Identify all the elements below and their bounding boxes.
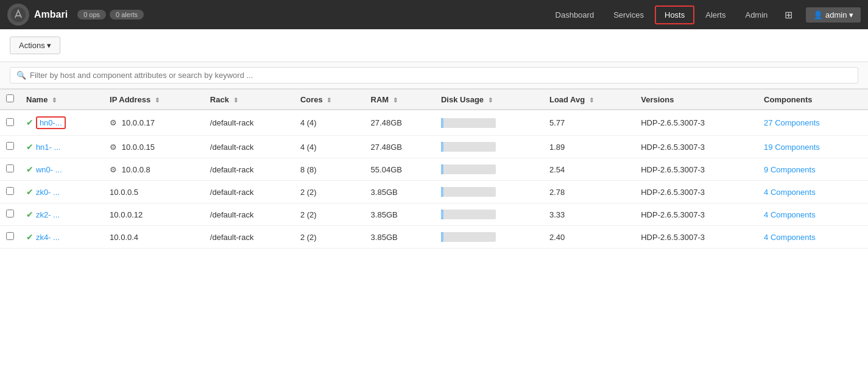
row-checkbox[interactable] bbox=[6, 164, 14, 172]
header-ip[interactable]: IP Address ⇕ bbox=[104, 90, 204, 110]
nav-dashboard[interactable]: Dashboard bbox=[547, 7, 603, 23]
disk-bar bbox=[441, 142, 444, 152]
row-cores-cell: 4 (4) bbox=[294, 110, 365, 136]
row-rack-cell: /default-rack bbox=[204, 203, 294, 226]
row-checkbox[interactable] bbox=[6, 142, 14, 150]
row-ram-cell: 3.85GB bbox=[365, 203, 435, 226]
row-checkbox-cell bbox=[0, 110, 20, 136]
actions-label: Actions bbox=[19, 41, 45, 50]
nav-alerts[interactable]: Alerts bbox=[697, 7, 734, 23]
ambari-logo bbox=[7, 4, 29, 26]
row-checkbox-cell bbox=[0, 226, 20, 249]
table-row: ✔ zk4- ...10.0.0.4/default-rack2 (2)3.85… bbox=[0, 226, 868, 249]
host-name-link[interactable]: hn0-... bbox=[36, 116, 66, 129]
nav-admin[interactable]: Admin bbox=[736, 7, 776, 23]
row-checkbox-cell bbox=[0, 158, 20, 181]
ip-address: 10.0.0.5 bbox=[110, 188, 138, 197]
host-name-link[interactable]: zk0- ... bbox=[36, 188, 60, 197]
components-link[interactable]: 4 Components bbox=[764, 210, 816, 219]
brand-label: Ambari bbox=[34, 9, 68, 20]
status-icon: ✔ bbox=[26, 142, 36, 152]
row-name-cell: ✔ hn1- ... bbox=[20, 136, 104, 158]
row-ram-cell: 27.48GB bbox=[365, 110, 435, 136]
header-rack[interactable]: Rack ⇕ bbox=[204, 90, 294, 110]
components-link[interactable]: 4 Components bbox=[764, 188, 816, 197]
row-checkbox[interactable] bbox=[6, 187, 14, 195]
row-components-cell: 4 Components bbox=[758, 181, 868, 203]
components-link[interactable]: 4 Components bbox=[764, 233, 816, 242]
row-checkbox[interactable] bbox=[6, 118, 14, 126]
settings-icon[interactable]: ⚙ bbox=[110, 143, 119, 152]
filter-input[interactable] bbox=[30, 71, 852, 80]
nav-hosts[interactable]: Hosts bbox=[655, 5, 694, 24]
row-rack-cell: /default-rack bbox=[204, 226, 294, 249]
header-versions: Versions bbox=[635, 90, 758, 110]
row-components-cell: 9 Components bbox=[758, 158, 868, 181]
ops-badge[interactable]: 0 ops bbox=[77, 10, 106, 19]
row-rack-cell: /default-rack bbox=[204, 136, 294, 158]
brand[interactable]: Ambari bbox=[7, 4, 68, 26]
header-select-all[interactable] bbox=[0, 90, 20, 110]
row-disk-cell bbox=[435, 110, 543, 136]
header-disk[interactable]: Disk Usage ⇕ bbox=[435, 90, 543, 110]
ip-address: 10.0.0.8 bbox=[122, 165, 150, 174]
header-load[interactable]: Load Avg ⇕ bbox=[543, 90, 635, 110]
components-link[interactable]: 19 Components bbox=[764, 143, 820, 152]
row-disk-cell bbox=[435, 203, 543, 226]
host-name-link[interactable]: wn0- ... bbox=[36, 165, 62, 174]
nav-services[interactable]: Services bbox=[605, 7, 652, 23]
disk-bar-wrap bbox=[441, 142, 496, 152]
rack-sort-icon: ⇕ bbox=[233, 97, 238, 104]
row-disk-cell bbox=[435, 136, 543, 158]
disk-bar-wrap bbox=[441, 164, 496, 174]
disk-bar-wrap bbox=[441, 232, 496, 242]
alerts-badge[interactable]: 0 alerts bbox=[110, 10, 144, 19]
table-row: ✔ hn0-...⚙ 10.0.0.17/default-rack4 (4)27… bbox=[0, 110, 868, 136]
disk-bar-wrap bbox=[441, 210, 496, 219]
admin-button[interactable]: 👤 admin ▾ bbox=[806, 7, 861, 23]
status-icon: ✔ bbox=[26, 210, 36, 219]
status-icon: ✔ bbox=[26, 164, 36, 174]
table-row: ✔ wn0- ...⚙ 10.0.0.8/default-rack8 (8)55… bbox=[0, 158, 868, 181]
row-load-cell: 3.33 bbox=[543, 203, 635, 226]
row-load-cell: 2.54 bbox=[543, 158, 635, 181]
row-ip-cell: 10.0.0.4 bbox=[104, 226, 204, 249]
admin-chevron-icon: ▾ bbox=[849, 10, 853, 19]
row-version-cell: HDP-2.6.5.3007-3 bbox=[635, 110, 758, 136]
load-sort-icon: ⇕ bbox=[589, 97, 594, 104]
components-link[interactable]: 27 Components bbox=[764, 118, 820, 127]
filter-bar: 🔍 bbox=[0, 62, 868, 89]
name-sort-icon: ⇕ bbox=[52, 97, 57, 104]
header-name[interactable]: Name ⇕ bbox=[20, 90, 104, 110]
header-cores[interactable]: Cores ⇕ bbox=[294, 90, 365, 110]
row-checkbox-cell bbox=[0, 181, 20, 203]
header-ram[interactable]: RAM ⇕ bbox=[365, 90, 435, 110]
table-row: ✔ hn1- ...⚙ 10.0.0.15/default-rack4 (4)2… bbox=[0, 136, 868, 158]
navbar: Ambari 0 ops 0 alerts Dashboard Services… bbox=[0, 0, 868, 29]
row-cores-cell: 2 (2) bbox=[294, 203, 365, 226]
row-load-cell: 5.77 bbox=[543, 110, 635, 136]
row-cores-cell: 2 (2) bbox=[294, 181, 365, 203]
settings-icon[interactable]: ⚙ bbox=[110, 118, 119, 127]
row-checkbox[interactable] bbox=[6, 210, 14, 217]
row-load-cell: 2.40 bbox=[543, 226, 635, 249]
select-all-checkbox[interactable] bbox=[6, 94, 14, 102]
row-checkbox[interactable] bbox=[6, 232, 14, 240]
search-icon: 🔍 bbox=[16, 71, 26, 80]
settings-icon[interactable]: ⚙ bbox=[110, 165, 119, 174]
ip-address: 10.0.0.17 bbox=[122, 118, 155, 127]
grid-icon[interactable]: ⊞ bbox=[778, 5, 799, 24]
status-icon: ✔ bbox=[26, 187, 36, 197]
row-rack-cell: /default-rack bbox=[204, 158, 294, 181]
host-name-link[interactable]: zk2- ... bbox=[36, 210, 60, 219]
row-rack-cell: /default-rack bbox=[204, 110, 294, 136]
row-checkbox-cell bbox=[0, 136, 20, 158]
row-name-cell: ✔ zk0- ... bbox=[20, 181, 104, 203]
row-checkbox-cell bbox=[0, 203, 20, 226]
host-name-link[interactable]: hn1- ... bbox=[36, 143, 60, 152]
components-link[interactable]: 9 Components bbox=[764, 165, 816, 174]
admin-icon: 👤 bbox=[813, 10, 825, 19]
actions-button[interactable]: Actions ▾ bbox=[10, 37, 60, 54]
row-load-cell: 1.89 bbox=[543, 136, 635, 158]
host-name-link[interactable]: zk4- ... bbox=[36, 233, 60, 242]
